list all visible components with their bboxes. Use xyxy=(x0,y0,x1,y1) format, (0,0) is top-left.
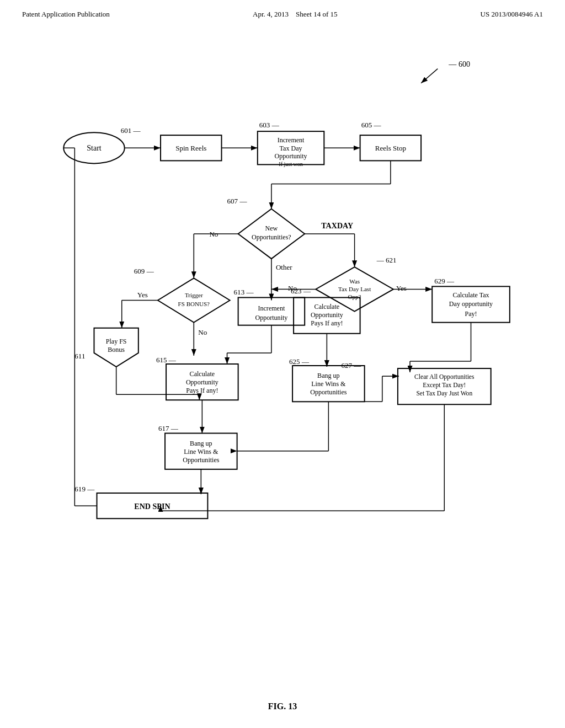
increment-taxday-line1: Increment xyxy=(278,136,305,144)
ref-613: 613 — xyxy=(234,288,254,296)
increment-taxday-line3: Opportunity xyxy=(275,152,307,160)
calc-taxday-629-line2: Day opportunity xyxy=(449,300,493,308)
ref-600: — 600 xyxy=(448,60,470,68)
clear-all-627-line3: Set Tax Day Just Won xyxy=(416,390,472,397)
header-right: US 2013/0084946 A1 xyxy=(481,10,543,19)
flowchart-svg: — 600 Start 601 — Spin Reels 603 — Incre… xyxy=(33,44,532,684)
ref-623: 623 — xyxy=(291,287,311,295)
increment-opp-line1: Increment xyxy=(258,304,285,312)
other-607-label: Other xyxy=(276,263,292,271)
ref-627: 627 — xyxy=(341,361,361,370)
trigger-fs-line2: FS BONUS? xyxy=(178,301,210,307)
ref-611: 611 xyxy=(74,352,85,360)
calc-opp-623-line1: Calculate xyxy=(315,303,340,311)
taxday-label: TAXDAY xyxy=(321,221,353,230)
was-taxday-line1: Was xyxy=(349,278,360,285)
ref-603: 603 — xyxy=(259,121,280,129)
clear-all-627-line1: Clear All Opportunities xyxy=(414,373,475,381)
calc-taxday-629-line3: Pay! xyxy=(465,310,477,318)
calc-taxday-629-line1: Calculate Tax xyxy=(452,291,489,299)
bang-up-617-line1: Bang up xyxy=(190,440,212,447)
new-opps-line2: Opportunities? xyxy=(252,233,291,241)
ref-619: 619 — xyxy=(74,485,95,493)
spinreels-label: Spin Reels xyxy=(175,144,206,152)
diagram-container: — 600 Start 601 — Spin Reels 603 — Incre… xyxy=(33,44,532,684)
yes-609-label: Yes xyxy=(137,291,148,299)
increment-taxday-line4: If just won xyxy=(279,161,302,167)
calc-opp-615-line3: Pays If any! xyxy=(186,387,218,394)
ref-601: 601 — xyxy=(121,126,141,135)
ref-607: 607 — xyxy=(227,197,248,205)
play-fs-line1: Play FS xyxy=(106,338,127,345)
bang-up-625-line2: Line Wins & xyxy=(311,380,346,388)
header-center: Apr. 4, 2013 Sheet 14 of 15 xyxy=(253,10,337,19)
start-label: Start xyxy=(87,143,102,152)
ref-615: 615 — xyxy=(156,356,177,364)
ref-617: 617 — xyxy=(158,424,179,432)
increment-opp-line2: Opportunity xyxy=(255,314,287,322)
calc-opp-623-line3: Pays If any! xyxy=(311,319,343,327)
was-taxday-line2: Tax Day Last xyxy=(338,286,371,292)
ref-629: 629 — xyxy=(434,277,455,285)
arrow-600 xyxy=(421,69,438,83)
ref-609: 609 — xyxy=(134,267,154,275)
reelsstop-label: Reels Stop xyxy=(375,144,407,152)
calc-opp-623-line2: Opportunity xyxy=(311,311,343,319)
ref-625: 625 — xyxy=(289,357,310,366)
calc-opp-615-line2: Opportunity xyxy=(186,378,218,386)
calc-opp-615-line1: Calculate xyxy=(190,370,215,378)
clear-all-627-line2: Except Tax Day! xyxy=(423,382,466,389)
bang-up-617-line3: Opportunities xyxy=(183,456,220,464)
figure-label: FIG. 13 xyxy=(268,702,297,711)
endspin-label: END SPIN xyxy=(134,502,170,511)
trigger-fs-line1: Trigger xyxy=(185,292,203,298)
figure-caption: FIG. 13 xyxy=(0,702,565,711)
increment-taxday-line2: Tax Day xyxy=(280,144,302,152)
no-609-label: No xyxy=(198,328,207,336)
header-left: Patent Application Publication xyxy=(22,10,110,19)
bang-up-625-line3: Opportunities xyxy=(310,388,347,396)
page-header: Patent Application Publication Apr. 4, 2… xyxy=(0,0,565,19)
ref-605: 605 — xyxy=(361,121,382,129)
bang-up-625-line1: Bang up xyxy=(317,372,340,379)
new-opps-line1: New xyxy=(265,224,278,232)
yes-621-label: Yes xyxy=(396,284,407,292)
play-fs-line2: Bonus xyxy=(108,346,125,354)
ref-621: — 621 xyxy=(376,256,397,264)
bang-up-617-line2: Line Wins & xyxy=(184,448,218,456)
